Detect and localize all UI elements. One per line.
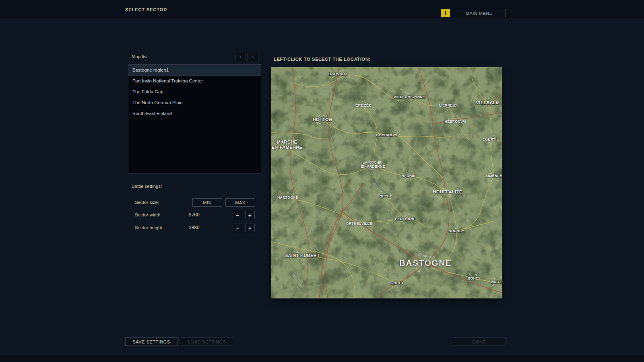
terrain-map-image: [271, 67, 502, 298]
chevron-right-icon: ›: [252, 54, 254, 60]
select-sector-screen: SELECT SECTOR i MAIN MENU Map list: ‹ › …: [0, 0, 644, 362]
page-title: SELECT SECTOR: [125, 0, 167, 19]
save-settings-button[interactable]: SAVE SETTINGS: [125, 337, 178, 346]
sector-size-label: Sector size:: [135, 198, 159, 207]
sector-height-label: Sector height:: [135, 224, 163, 232]
map-list-next-button[interactable]: ›: [248, 53, 258, 61]
chevron-left-icon: ‹: [240, 54, 242, 60]
sector-size-min-button[interactable]: MIN: [192, 198, 222, 207]
map-list-item[interactable]: Fort Irwin National Training Center: [128, 76, 261, 86]
map-list-item[interactable]: The North German Plain: [128, 97, 261, 108]
info-button[interactable]: i: [441, 9, 450, 17]
top-bar: SELECT SECTOR i MAIN MENU: [0, 0, 644, 19]
map-list-prev-button[interactable]: ‹: [235, 53, 246, 61]
sector-size-max-button[interactable]: MAX: [225, 198, 255, 207]
sector-width-value: 5760: [189, 211, 200, 219]
battle-settings-label: Battle settings:: [132, 184, 162, 189]
sector-height-decrement-button[interactable]: −: [233, 224, 242, 232]
sector-width-decrement-button[interactable]: −: [233, 211, 242, 219]
bottom-bar: [0, 355, 644, 362]
sector-height-value: 2880: [189, 224, 200, 232]
load-settings-button[interactable]: LOAD SETTINGS: [181, 337, 233, 346]
map-list-item[interactable]: Bastogne region1: [128, 65, 261, 76]
sector-map[interactable]: BARVAUXÉREZÉEVAUX-CHAVANNELIERNEUXVIELSA…: [271, 67, 502, 298]
sector-width-increment-button[interactable]: +: [245, 211, 255, 219]
map-list: Bastogne region1Fort Irwin National Trai…: [128, 64, 261, 174]
sector-height-increment-button[interactable]: +: [245, 224, 255, 232]
map-list-label: Map list:: [132, 54, 149, 59]
map-list-item[interactable]: The Fulda Gap: [128, 86, 261, 97]
info-icon: i: [445, 10, 446, 16]
main-menu-button[interactable]: MAIN MENU: [453, 9, 506, 17]
sector-width-label: Sector width:: [135, 211, 161, 219]
map-list-item[interactable]: South-East Finland: [128, 108, 261, 119]
map-instruction: LEFT-CLICK TO SELECT THE LOCATION:: [274, 57, 371, 62]
done-button[interactable]: DONE: [453, 337, 506, 346]
